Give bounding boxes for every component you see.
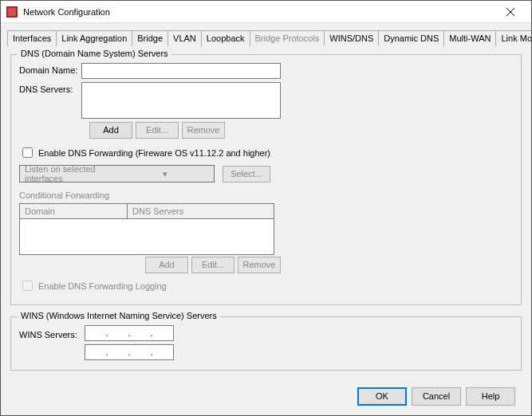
enable-dns-forwarding-label: Enable DNS Forwarding (Fireware OS v11.1… bbox=[38, 148, 270, 158]
dns-edit-button: Edit... bbox=[136, 122, 179, 139]
dialog-footer: OK Cancel Help bbox=[7, 387, 525, 415]
enable-dns-logging-input bbox=[22, 281, 33, 291]
select-interfaces-button: Select... bbox=[223, 166, 270, 182]
cf-add-button: Add bbox=[145, 257, 188, 273]
help-button[interactable]: Help bbox=[466, 387, 515, 406]
tab-vlan[interactable]: VLAN bbox=[167, 30, 202, 46]
cf-remove-button: Remove bbox=[238, 257, 281, 273]
dialog-body: Interfaces Link Aggregation Bridge VLAN … bbox=[1, 23, 531, 415]
dns-group-title: DNS (Domain Name System) Servers bbox=[18, 49, 171, 58]
tab-dynamic-dns[interactable]: Dynamic DNS bbox=[378, 30, 444, 46]
table-body[interactable] bbox=[20, 219, 274, 254]
wins-group-title: WINS (Windows Internet Naming Service) S… bbox=[18, 311, 220, 320]
wins-ip-2[interactable]: . . . bbox=[85, 344, 174, 360]
cf-edit-button: Edit... bbox=[191, 257, 234, 273]
title-bar: Network Configuration bbox=[1, 1, 531, 23]
listen-interfaces-value: Listen on selected interfaces bbox=[20, 164, 117, 183]
dns-servers-label: DNS Servers: bbox=[19, 82, 81, 94]
wins-group: WINS (Windows Internet Naming Service) S… bbox=[10, 316, 522, 371]
enable-dns-logging-label: Enable DNS Forwarding Logging bbox=[38, 281, 167, 291]
app-icon bbox=[6, 6, 18, 18]
tab-strip: Interfaces Link Aggregation Bridge VLAN … bbox=[7, 29, 525, 46]
listen-interfaces-combo: Listen on selected interfaces ▾ bbox=[19, 165, 215, 182]
tab-link-aggregation[interactable]: Link Aggregation bbox=[56, 30, 132, 46]
close-button[interactable] bbox=[495, 1, 526, 23]
tab-multi-wan[interactable]: Multi-WAN bbox=[443, 30, 496, 46]
conditional-forwarding-table: Domain DNS Servers bbox=[19, 203, 274, 255]
wins-servers-label: WINS Servers: bbox=[19, 328, 85, 339]
tab-wins-dns[interactable]: WINS/DNS bbox=[324, 30, 379, 46]
wins-ip-1[interactable]: . . . bbox=[85, 325, 174, 341]
dns-servers-list[interactable] bbox=[81, 82, 281, 119]
dns-add-button[interactable]: Add bbox=[89, 122, 132, 139]
enable-dns-forwarding-input[interactable] bbox=[22, 147, 33, 158]
col-domain: Domain bbox=[20, 204, 128, 218]
conditional-forwarding-label: Conditional Forwarding bbox=[19, 190, 513, 200]
enable-dns-forwarding-checkbox[interactable]: Enable DNS Forwarding (Fireware OS v11.1… bbox=[19, 145, 513, 160]
table-header: Domain DNS Servers bbox=[20, 204, 274, 219]
window-title: Network Configuration bbox=[23, 7, 495, 17]
enable-dns-logging-checkbox: Enable DNS Forwarding Logging bbox=[19, 278, 513, 293]
domain-name-label: Domain Name: bbox=[19, 63, 81, 75]
tab-bridge-protocols: Bridge Protocols bbox=[250, 30, 325, 46]
tab-interfaces[interactable]: Interfaces bbox=[7, 30, 57, 46]
svg-rect-1 bbox=[8, 8, 16, 16]
dns-remove-button: Remove bbox=[182, 122, 225, 139]
ok-button[interactable]: OK bbox=[357, 387, 407, 406]
chevron-down-icon: ▾ bbox=[117, 169, 215, 179]
tab-loopback[interactable]: Loopback bbox=[201, 30, 250, 46]
tab-bridge[interactable]: Bridge bbox=[132, 30, 168, 46]
wins-servers-label-spacer bbox=[19, 351, 85, 354]
dns-group: DNS (Domain Name System) Servers Domain … bbox=[10, 54, 522, 305]
domain-name-input[interactable] bbox=[81, 63, 281, 79]
window-root: Network Configuration Interfaces Link Ag… bbox=[0, 0, 532, 416]
col-dns-servers: DNS Servers bbox=[128, 204, 274, 218]
tab-link-monitor[interactable]: Link Monitor bbox=[495, 30, 531, 46]
cancel-button[interactable]: Cancel bbox=[412, 387, 461, 406]
